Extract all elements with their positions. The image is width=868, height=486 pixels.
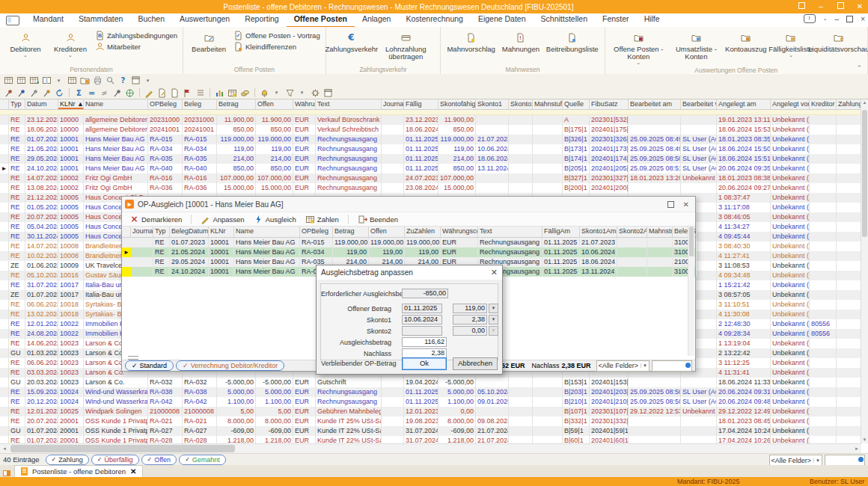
ribbon-item-beitreibungsliste[interactable]: Beitreibungsliste [543, 28, 602, 54]
column-select-icon[interactable] [41, 76, 52, 86]
col-header-skonto1[interactable]: Skonto1 [476, 99, 509, 109]
col-header-zahlungsreferenz[interactable]: Zahlungsreferenz [837, 99, 861, 109]
horizontal-scrollbar[interactable]: ◄ ► [0, 443, 861, 454]
caret-icon[interactable]: ▾ [54, 76, 65, 86]
adjust-dialog-titlebar[interactable]: Ausgleichsbetrag anpassen ✕ [317, 265, 502, 280]
equals-icon[interactable]: = [86, 87, 97, 98]
table-row[interactable]: RE12.01.202310025Windpark Solingen210000… [0, 407, 861, 416]
not-equal-icon[interactable]: ≠ [99, 87, 110, 98]
pin-remove-icon[interactable] [41, 87, 52, 98]
verrechnung-toggle[interactable]: ✓ Verrechnung Debitor/Kreditor [176, 360, 284, 371]
col-header-quelle[interactable]: Quelle [563, 99, 590, 109]
dock-window-icon[interactable] [796, 0, 807, 13]
close-icon[interactable]: ✕ [855, 0, 865, 13]
op-col-header-typ[interactable]: Typ [153, 227, 170, 237]
filter-zahlung[interactable]: ✓Zahlung [46, 455, 89, 465]
col-header-skonto2[interactable]: Skonto2 [509, 99, 533, 109]
funnel-icon[interactable] [284, 87, 296, 98]
print-icon[interactable] [92, 76, 103, 86]
op-col-header-opbeleg[interactable]: OPBeleg [300, 227, 333, 237]
doc-edit-icon[interactable] [156, 87, 168, 98]
col-header-skontof-hig[interactable]: Skontofähig [438, 99, 476, 109]
minimize-icon[interactable]: – [816, 0, 826, 13]
col-header-name[interactable]: Name [84, 99, 148, 109]
menu-stammdaten[interactable]: Stammdaten [71, 13, 131, 26]
ribbon-item-mahnungen[interactable]: !Mahnungen [498, 28, 543, 54]
table-row[interactable]: GU01.07.202420001OSS Kunde 1 Privatperso… [0, 426, 861, 436]
ribbon-item-kreditoren[interactable]: Kreditoren⌄ [48, 28, 93, 58]
menu-offene-posten[interactable]: Offene Posten [287, 13, 355, 28]
ok-button[interactable]: Ok [402, 357, 447, 370]
ribbon-item-debitoren[interactable]: Debitoren⌄ [3, 28, 48, 58]
menu-fenster[interactable]: Fenster [595, 13, 637, 26]
gear-icon[interactable] [310, 87, 321, 98]
table-row[interactable]: RE13.08.202410002Fritz Ogi GmbHRA-036RA-… [0, 183, 861, 193]
folder-export-icon[interactable] [79, 76, 91, 86]
col-header-bearbeitet-am[interactable]: Bearbeitet am [629, 99, 681, 109]
table-row[interactable]: RE14.07.202310002Fritz Ogi GmbHRA-016RA-… [0, 173, 861, 183]
scrollbar-thumb[interactable] [10, 445, 235, 452]
search-icon[interactable] [685, 363, 691, 368]
op-col-header-klnr[interactable]: KLNr [209, 227, 234, 237]
footer-search-input[interactable] [825, 455, 865, 466]
pin-blue-icon[interactable] [16, 87, 27, 98]
filter-offen[interactable]: ✓Offen [141, 455, 177, 465]
ribbon-item-liquidit-tsvorschau[interactable]: €Liquiditätsvorschau [813, 28, 864, 54]
globe-icon[interactable] [124, 87, 135, 98]
col-header-w-hrung[interactable]: Währung [293, 99, 316, 109]
menu-anlagen[interactable]: Anlagen [355, 13, 399, 26]
ribbon-minimize-icon[interactable]: – [835, 15, 840, 23]
menu-hilfe[interactable]: Hilfe [637, 13, 667, 26]
col-header-text[interactable]: Text [316, 99, 382, 109]
menu-mandant[interactable]: Mandant [25, 13, 71, 26]
tab-close-icon[interactable]: ✕ [130, 467, 136, 476]
ribbon-item-f-lligkeitsliste[interactable]: Fälligkeitsliste⌄ [768, 28, 813, 58]
ribbon-restore-icon[interactable] [846, 16, 853, 22]
op-col-header-w-hrungscode[interactable]: Währungscode [441, 227, 478, 237]
table-row[interactable]: RE20.12.202410024Wind-und Wasserkraft Gm… [0, 397, 861, 407]
refresh-icon[interactable] [54, 87, 65, 98]
standard-toggle[interactable]: ✓ Standard [125, 360, 174, 371]
ribbon-item-bearbeiten[interactable]: Bearbeiten [186, 28, 231, 54]
ribbon-item-lohnzahlung-bertragen[interactable]: Lohnzahlung übertragen [374, 28, 437, 61]
ribbon-item-kleindifferenzen[interactable]: Kleindifferenzen [231, 41, 323, 52]
maximize-icon[interactable] [835, 0, 846, 13]
op-vertical-scrollbar[interactable] [688, 225, 694, 356]
skonto1-dropdown-icon[interactable]: ▼ [489, 315, 498, 324]
cancel-button[interactable]: Abbrechen [453, 357, 498, 370]
col-header-mahnstufe[interactable]: Mahnstufe [533, 99, 563, 109]
col-header-betrag[interactable]: Betrag [217, 99, 256, 109]
table-row[interactable]: RE29.05.202410001Hans Meier Bau AGRA-035… [0, 154, 861, 164]
window-table-icon[interactable] [3, 76, 14, 86]
anchor-icon[interactable] [111, 87, 123, 98]
ribbon-item-mahnvorschlag[interactable]: Mahnvorschlag [444, 28, 498, 54]
op-field-filter[interactable]: <Alle Felder>▼ [596, 360, 650, 372]
menu-schnittstellen[interactable]: Schnittstellen [534, 13, 595, 26]
col-header-datum[interactable]: Datum [25, 99, 58, 109]
ribbon-item-zahlungsbedingungen[interactable]: BZahlungsbedingungen [93, 30, 180, 41]
table-row[interactable]: RE23.12.202310000allgemeine Debitoren202… [0, 115, 861, 125]
caret-icon[interactable]: ▾ [297, 87, 308, 98]
col-header-angelegt-am[interactable]: Angelegt am [717, 99, 771, 109]
op-tool-demarkieren[interactable]: ×Demarkieren [126, 215, 185, 224]
table-add-icon[interactable]: + [28, 76, 40, 86]
chart-icon[interactable] [214, 87, 225, 98]
filter--berf-llig[interactable]: ✓Überfällig [91, 455, 139, 465]
vertical-scrollbar[interactable]: ▲ ▼ [861, 99, 868, 443]
bell-icon[interactable] [259, 87, 270, 98]
ribbon-item-mitarbeiter[interactable]: Mitarbeiter [93, 41, 180, 52]
op-col-header-name[interactable]: Name [234, 227, 300, 237]
op-col-header-skonto2am[interactable]: Skonto2Am [617, 227, 647, 237]
col-header-bearbeitet-von[interactable]: Bearbeitet von [681, 99, 717, 109]
list-icon[interactable] [195, 87, 206, 98]
skonto1-date-field[interactable]: 10.06.2024 [402, 315, 442, 324]
table-row[interactable]: RE01.07.202310001Hans Meier Bau AGRA-015… [0, 135, 861, 144]
col-header-beleg[interactable]: Beleg [183, 99, 217, 109]
money-icon[interactable] [239, 87, 251, 98]
table-row[interactable]: RE20.07.202320001OSS Kunde 1 Privatperso… [0, 416, 861, 426]
menu-buchen[interactable]: Buchen [130, 13, 172, 26]
op-col-header-text[interactable]: Text [478, 227, 542, 237]
op-col-header-skonto1am[interactable]: Skonto1Am [580, 227, 617, 237]
ribbon-item-kontoauszug[interactable]: Kontoauszug [724, 28, 768, 54]
op-table-row[interactable]: RE01.07.202310001Hans Meier Bau AGRA-015… [122, 238, 695, 247]
